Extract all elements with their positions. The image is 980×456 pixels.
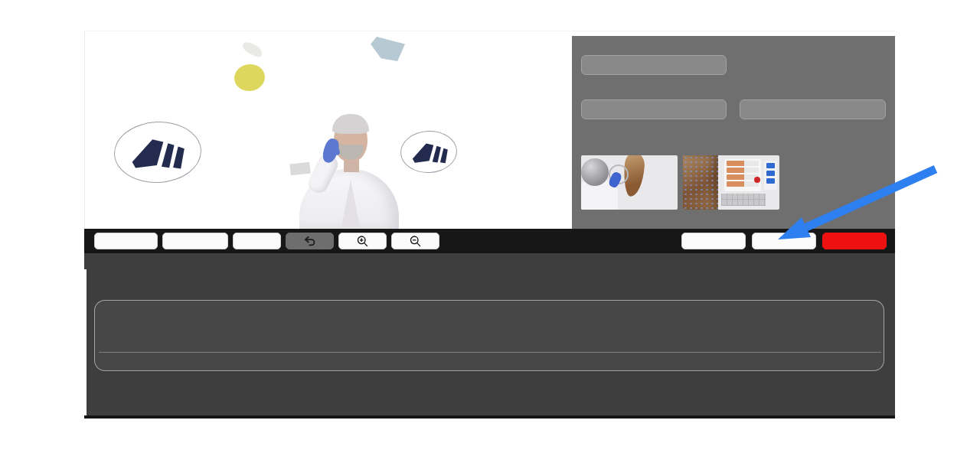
avatar-neck: [344, 160, 359, 172]
undo-button[interactable]: [286, 233, 334, 249]
logo-ellipse: [400, 129, 459, 174]
add-recording-button[interactable]: [94, 233, 158, 249]
thumb-blue-button: [766, 178, 775, 184]
audio-track[interactable]: [94, 300, 884, 371]
thumb-ui-row: [727, 168, 759, 173]
thumb-ui-row: [727, 161, 759, 166]
waveform-bottom: [99, 340, 881, 365]
editor-toolbar: [84, 229, 895, 253]
medicalholodeck-logo-large: [114, 122, 201, 183]
playhead[interactable]: [84, 269, 87, 415]
zoom-out-icon: [409, 235, 422, 248]
medicalholodeck-logo-small: [400, 131, 457, 173]
floating-sliver-shape: [241, 40, 265, 59]
thumb-doctor-head: [581, 158, 609, 186]
thumb-blue-button: [766, 163, 775, 168]
thumb-side-panel: [764, 161, 777, 190]
title-input[interactable]: [581, 55, 727, 75]
toolbar-right-group: [681, 233, 887, 249]
blue-polygon-object: [371, 37, 405, 61]
export-rxr-button[interactable]: [752, 233, 816, 249]
thumb-ui-row: [727, 181, 759, 187]
save-project-button[interactable]: [681, 233, 746, 249]
trim-mode-button[interactable]: [162, 233, 228, 249]
doctor-avatar: [293, 114, 416, 229]
preview-thumbnail-landscape: [683, 155, 779, 210]
logo-ellipse: [113, 119, 203, 185]
thumb-keyboard: [721, 194, 766, 206]
description-input[interactable]: [740, 99, 886, 119]
recordxr-editor-window: [84, 31, 895, 419]
logo-fan-icon: [410, 139, 450, 167]
avatar-hair: [332, 114, 369, 134]
timeline[interactable]: [84, 253, 895, 419]
zoom-in-button[interactable]: [338, 233, 387, 249]
waveform-top: [99, 305, 881, 337]
logo-fan-icon: [129, 133, 188, 173]
zoom-out-button[interactable]: [391, 233, 439, 249]
thumb-specimen-markers: [683, 155, 718, 210]
thumb-red-sphere: [754, 177, 760, 183]
screenshot-root: [0, 0, 980, 456]
project-properties-panel: [572, 36, 895, 229]
thumb-ui-panel: [724, 159, 761, 191]
play-button[interactable]: [233, 233, 281, 249]
close-button[interactable]: [822, 233, 887, 249]
preview-thumbnail-portrait: [581, 155, 678, 210]
yellow-sphere-object: [233, 62, 266, 93]
avatar-url-input[interactable]: [581, 99, 727, 119]
undo-icon: [303, 235, 317, 247]
thumb-blue-button: [766, 171, 775, 176]
zoom-in-icon: [356, 235, 369, 248]
